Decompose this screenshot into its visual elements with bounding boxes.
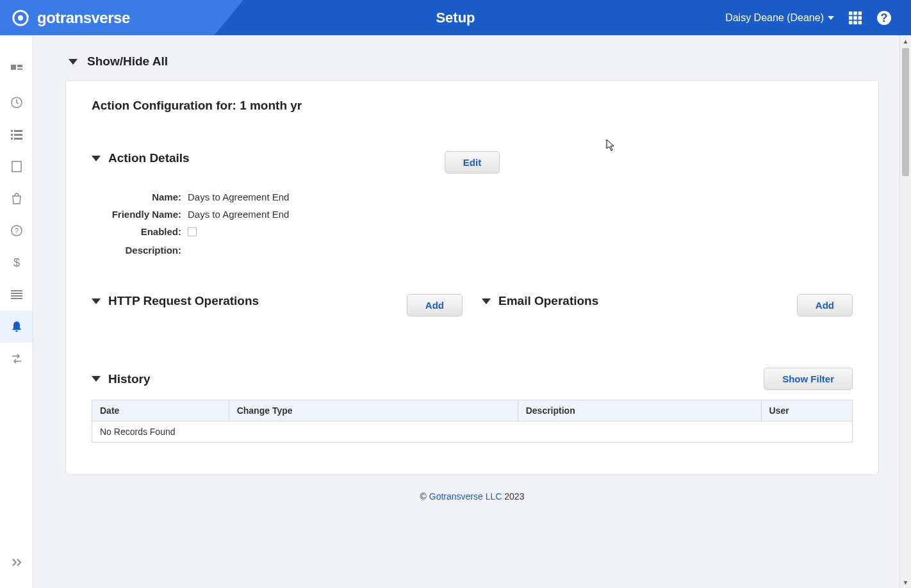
svg-rect-27 bbox=[11, 290, 22, 291]
no-records-cell: No Records Found bbox=[92, 421, 853, 443]
svg-rect-18 bbox=[14, 130, 22, 132]
edit-button[interactable]: Edit bbox=[445, 151, 500, 174]
action-details-header[interactable]: Action Details bbox=[92, 151, 445, 165]
svg-rect-19 bbox=[11, 134, 13, 136]
footer-link[interactable]: Gotransverse LLC bbox=[429, 491, 502, 502]
col-change-type[interactable]: Change Type bbox=[229, 400, 518, 421]
config-panel: Action Configuration for: 1 month yr Act… bbox=[65, 80, 879, 475]
svg-rect-20 bbox=[14, 134, 22, 136]
svg-rect-8 bbox=[849, 20, 853, 24]
bag-icon bbox=[12, 193, 22, 204]
svg-rect-15 bbox=[17, 69, 22, 70]
svg-rect-21 bbox=[11, 138, 13, 140]
svg-rect-23 bbox=[12, 161, 21, 172]
email-add-button[interactable]: Add bbox=[797, 294, 853, 316]
triangle-down-icon bbox=[482, 298, 491, 304]
http-add-button[interactable]: Add bbox=[407, 294, 463, 316]
http-operations-header[interactable]: HTTP Request Operations bbox=[92, 294, 407, 308]
sidebar-menu[interactable] bbox=[0, 279, 33, 311]
menu-icon bbox=[11, 290, 22, 299]
details-grid: Name: Days to Agreement End Friendly Nam… bbox=[111, 192, 853, 256]
history-section: History Show Filter Date Change Type Des… bbox=[92, 368, 853, 443]
sidebar-swap[interactable] bbox=[0, 343, 33, 375]
history-header[interactable]: History bbox=[92, 372, 764, 386]
email-operations-title: Email Operations bbox=[498, 294, 598, 308]
svg-rect-2 bbox=[849, 11, 853, 15]
friendly-name-value: Days to Agreement End bbox=[188, 209, 853, 220]
list-icon bbox=[11, 129, 22, 140]
detail-row-description: Description: bbox=[111, 245, 853, 256]
question-icon: ? bbox=[11, 225, 22, 236]
col-user[interactable]: User bbox=[761, 400, 852, 421]
svg-rect-29 bbox=[11, 295, 22, 297]
enabled-label: Enabled: bbox=[111, 226, 188, 238]
svg-rect-5 bbox=[849, 16, 853, 20]
footer: © Gotransverse LLC 2023 bbox=[65, 491, 879, 502]
header-right: Daisy Deane (Deane) ? bbox=[725, 10, 911, 26]
sidebar-bag[interactable] bbox=[0, 183, 33, 215]
bell-icon bbox=[12, 321, 22, 332]
description-label: Description: bbox=[111, 245, 188, 256]
sidebar-list[interactable] bbox=[0, 118, 33, 151]
svg-rect-9 bbox=[853, 20, 857, 24]
action-details-section: Action Details Edit Name: Days to Agreem… bbox=[92, 151, 853, 256]
detail-row-enabled: Enabled: bbox=[111, 226, 853, 238]
scroll-up-icon[interactable]: ▲ bbox=[900, 35, 911, 47]
email-operations-section: Email Operations Add bbox=[482, 294, 853, 316]
name-label: Name: bbox=[111, 192, 188, 202]
triangle-down-icon bbox=[92, 156, 101, 161]
show-hide-all-label: Show/Hide All bbox=[87, 54, 168, 69]
show-filter-button[interactable]: Show Filter bbox=[764, 368, 853, 390]
svg-point-1 bbox=[18, 15, 23, 20]
swap-icon bbox=[11, 354, 22, 364]
triangle-down-icon bbox=[92, 376, 101, 382]
header-left: gotransverse bbox=[0, 0, 243, 35]
svg-rect-4 bbox=[858, 11, 862, 15]
operations-row: HTTP Request Operations Add Email Operat… bbox=[92, 294, 853, 316]
description-value bbox=[188, 245, 853, 256]
chevrons-right-icon bbox=[12, 558, 22, 567]
app-header: gotransverse Setup Daisy Deane (Deane) ? bbox=[0, 0, 911, 35]
sidebar-document[interactable] bbox=[0, 151, 33, 183]
sidebar-expand[interactable] bbox=[0, 550, 33, 575]
sidebar-dollar[interactable]: $ bbox=[0, 247, 33, 279]
main-content: Show/Hide All Action Configuration for: … bbox=[33, 35, 911, 588]
scroll-down-icon[interactable]: ▼ bbox=[900, 576, 911, 588]
friendly-name-label: Friendly Name: bbox=[111, 209, 188, 220]
page-title: Setup bbox=[436, 10, 475, 26]
svg-text:$: $ bbox=[13, 257, 19, 268]
help-icon[interactable]: ? bbox=[876, 10, 892, 26]
history-title: History bbox=[108, 372, 150, 386]
name-value: Days to Agreement End bbox=[188, 192, 853, 202]
sidebar-notifications[interactable] bbox=[0, 311, 33, 343]
scrollbar[interactable]: ▲ ▼ bbox=[899, 35, 911, 588]
sidebar-dashboard[interactable] bbox=[0, 54, 33, 86]
document-icon bbox=[12, 161, 22, 172]
history-table: Date Change Type Description User No Rec… bbox=[92, 400, 853, 443]
col-description[interactable]: Description bbox=[518, 400, 761, 421]
http-operations-section: HTTP Request Operations Add bbox=[92, 294, 463, 316]
copyright-symbol: © bbox=[420, 491, 427, 502]
show-hide-all-toggle[interactable]: Show/Hide All bbox=[69, 54, 879, 69]
logo-text: gotransverse bbox=[37, 9, 130, 27]
user-menu[interactable]: Daisy Deane (Deane) bbox=[725, 12, 834, 24]
logo-icon bbox=[12, 9, 29, 27]
email-operations-header[interactable]: Email Operations bbox=[482, 294, 797, 308]
scrollbar-thumb[interactable] bbox=[902, 48, 909, 176]
svg-text:?: ? bbox=[14, 227, 18, 234]
apps-icon[interactable] bbox=[848, 11, 862, 25]
sidebar-clock[interactable] bbox=[0, 86, 33, 118]
svg-rect-6 bbox=[853, 16, 857, 20]
triangle-down-icon bbox=[69, 59, 78, 65]
triangle-down-icon bbox=[92, 298, 101, 304]
sidebar-question[interactable]: ? bbox=[0, 215, 33, 247]
svg-text:?: ? bbox=[881, 12, 888, 24]
col-date[interactable]: Date bbox=[92, 400, 229, 421]
svg-rect-13 bbox=[11, 65, 16, 70]
enabled-value bbox=[188, 226, 853, 238]
svg-rect-30 bbox=[11, 298, 22, 299]
enabled-checkbox[interactable] bbox=[188, 227, 197, 236]
svg-rect-14 bbox=[17, 65, 22, 67]
svg-rect-22 bbox=[14, 138, 22, 140]
svg-rect-3 bbox=[853, 11, 857, 15]
